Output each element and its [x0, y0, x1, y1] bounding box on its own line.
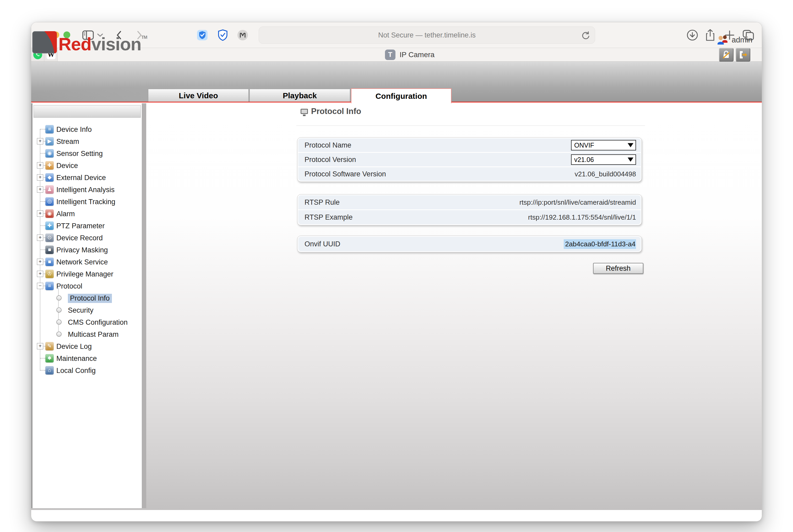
sidebar-item-device-info[interactable]: ≡ Device Info	[31, 123, 762, 135]
sidebar-item-label: PTZ Parameter	[56, 222, 105, 230]
sidebar-item-security[interactable]: Security	[31, 304, 762, 316]
local-config-icon: ⌂	[45, 366, 54, 375]
protocol-icon: ≡	[45, 282, 54, 290]
downloads-icon[interactable]	[686, 28, 699, 42]
intelligent-analysis-icon: ♟	[45, 185, 54, 194]
tree-expander[interactable]: +	[37, 174, 43, 180]
sidebar-item-protocol-info[interactable]: Protocol Info	[31, 292, 762, 304]
ptz-parameter-icon: ✚	[45, 222, 54, 230]
tree-expander[interactable]: +	[37, 234, 43, 241]
address-bar[interactable]: Not Secure — tether.timeline.is	[259, 26, 595, 44]
sidebar-item-label: Privilege Manager	[56, 270, 114, 278]
device-record-icon: ⊙	[45, 233, 54, 242]
sidebar-item-label: Security	[68, 306, 94, 315]
sidebar-item-label: CMS Configuration	[68, 318, 128, 326]
tab-ip-camera[interactable]: T IP Camera	[58, 48, 762, 61]
sidebar-item-cms-configuration[interactable]: CMS Configuration	[31, 316, 762, 328]
sidebar-item-stream[interactable]: + ▶ Stream	[31, 135, 762, 147]
browser-window: Not Secure — tether.timeline.is W	[31, 22, 762, 521]
sidebar-item-label: Multicast Param	[68, 330, 119, 339]
extension-m-circle-icon[interactable]	[236, 28, 249, 42]
tab-playback[interactable]: Playback	[250, 89, 350, 102]
sidebar-item-external-device[interactable]: + ◆ External Device	[31, 171, 762, 184]
sidebar-item-label: Device	[56, 162, 78, 170]
sidebar-item-label: External Device	[56, 174, 106, 182]
sidebar-item-label: Sensor Setting	[56, 150, 103, 158]
url-text: Not Secure — tether.timeline.is	[378, 31, 476, 39]
share-icon[interactable]	[704, 28, 717, 42]
tree-bullet	[56, 307, 62, 312]
change-password-button[interactable]	[719, 48, 734, 62]
sidebar-item-label: Device Info	[56, 126, 92, 134]
tree-bullet	[56, 296, 62, 301]
tree-expander[interactable]: +	[37, 186, 43, 193]
network-service-icon: ■	[45, 258, 54, 266]
tree-expander[interactable]: +	[37, 210, 43, 217]
tab-live-video[interactable]: Live Video	[148, 89, 249, 102]
sidebar-item-label: Local Config	[56, 367, 96, 375]
sidebar-item-sensor-setting[interactable]: ◉ Sensor Setting	[31, 147, 762, 159]
sidebar-item-label: Maintenance	[56, 355, 97, 363]
logged-in-user: admin	[732, 36, 752, 44]
tab-configuration[interactable]: Configuration	[351, 88, 451, 103]
redvision-wordmark: RedvisionTM	[58, 34, 147, 54]
sidebar-item-label: Stream	[56, 138, 79, 146]
maintenance-icon: ✱	[45, 354, 54, 362]
tree-expander[interactable]: +	[37, 259, 43, 265]
sidebar-item-local-config[interactable]: ⌂ Local Config	[31, 364, 762, 376]
sidebar-header-bar	[34, 105, 141, 118]
extension-shield-outline-icon[interactable]	[216, 28, 229, 42]
brand-red-text: Red	[58, 34, 91, 54]
privilege-manager-icon: ♔	[45, 270, 54, 278]
tab-title: IP Camera	[400, 51, 434, 59]
sidebar-item-device-log[interactable]: + ✎ Device Log	[31, 340, 762, 352]
sidebar-item-label-selected: Protocol Info	[68, 294, 112, 303]
sensor-setting-icon: ◉	[45, 149, 54, 157]
protocol-info-icon	[301, 109, 308, 114]
sidebar-item-maintenance[interactable]: ✱ Maintenance	[31, 352, 762, 364]
sidebar-item-intelligent-analysis[interactable]: + ♟ Intelligent Analysis	[31, 184, 762, 195]
extension-shield-filled-icon[interactable]	[196, 28, 209, 42]
brand-rest-text: vision	[91, 34, 141, 54]
tab-favicon: T	[385, 50, 395, 60]
sidebar-item-network-service[interactable]: + ■ Network Service	[31, 256, 762, 268]
sidebar-item-device-record[interactable]: + ⊙ Device Record	[31, 232, 762, 244]
sidebar-item-ptz-parameter[interactable]: ✚ PTZ Parameter	[31, 220, 762, 232]
sidebar-item-label: Network Service	[56, 258, 108, 266]
sidebar-item-device[interactable]: + ✚ Device	[31, 159, 762, 171]
sidebar-item-label: Alarm	[56, 210, 75, 218]
intelligent-tracking-icon: ◎	[45, 197, 54, 206]
user-avatar-icon	[717, 35, 729, 45]
redvision-logo-mark	[32, 31, 57, 54]
sidebar-item-multicast-param[interactable]: Multicast Param	[31, 328, 762, 340]
sidebar-item-label: Intelligent Tracking	[56, 198, 115, 206]
brand-tm: TM	[141, 35, 147, 40]
stream-icon: ▶	[45, 137, 54, 146]
reload-icon[interactable]	[581, 31, 590, 40]
logout-button[interactable]	[736, 48, 750, 62]
sidebar-item-alarm[interactable]: + ◉ Alarm	[31, 208, 762, 220]
device-log-icon: ✎	[45, 342, 54, 350]
device-icon: ✚	[45, 161, 54, 170]
sidebar-item-label: Device Log	[56, 343, 92, 350]
tree-expander[interactable]: −	[37, 283, 43, 289]
tree-bullet	[56, 320, 62, 325]
tree-expander[interactable]: +	[37, 138, 43, 145]
tree-expander[interactable]: +	[37, 271, 43, 277]
privacy-masking-icon: ■	[45, 246, 54, 254]
sidebar-item-label: Intelligent Analysis	[56, 186, 115, 194]
sidebar-item-label: Privacy Masking	[56, 246, 108, 254]
sidebar-item-privilege-manager[interactable]: + ♔ Privilege Manager	[31, 268, 762, 280]
device-info-icon: ≡	[45, 125, 54, 133]
sidebar-item-label: Device Record	[56, 234, 103, 242]
page-title: Protocol Info	[311, 107, 361, 116]
sidebar-item-privacy-masking[interactable]: ■ Privacy Masking	[31, 244, 762, 256]
alarm-icon: ◉	[45, 209, 54, 218]
tree-expander[interactable]: +	[37, 343, 43, 349]
sidebar-item-protocol[interactable]: − ≡ Protocol	[31, 280, 762, 292]
sidebar-item-intelligent-tracking[interactable]: ◎ Intelligent Tracking	[31, 195, 762, 208]
sidebar-item-label: Protocol	[56, 282, 82, 290]
tree-bullet	[56, 331, 62, 337]
tree-expander[interactable]: +	[37, 162, 43, 169]
external-device-icon: ◆	[45, 173, 54, 182]
